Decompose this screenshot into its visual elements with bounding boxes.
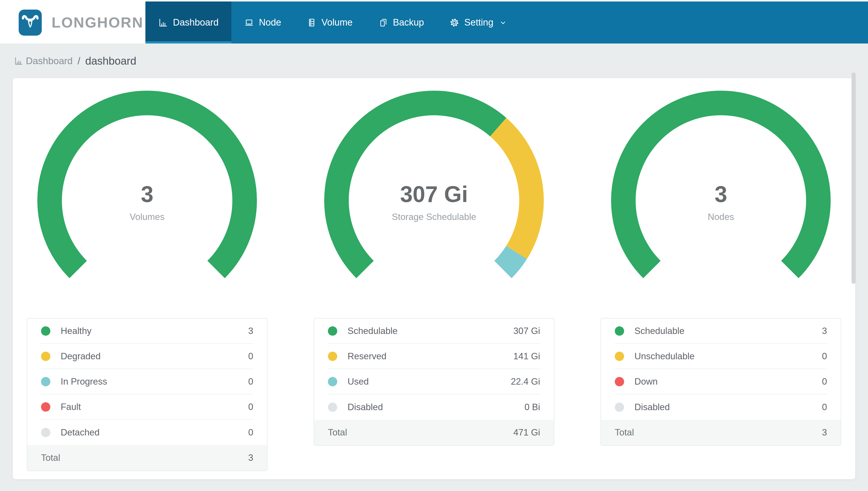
storage-legend-table: Schedulable 307 Gi Reserved 141 Gi Used …: [314, 318, 554, 446]
row-value: 22.4 Gi: [511, 376, 540, 387]
breadcrumb-separator: /: [78, 56, 80, 66]
row-value: 0: [822, 376, 827, 387]
nav-item-setting[interactable]: Setting: [437, 1, 520, 44]
table-row: Schedulable 3: [615, 318, 827, 344]
table-row: Healthy 3: [41, 318, 253, 344]
total-label: Total: [41, 453, 248, 463]
storage-panel: 307 Gi Storage Schedulable Schedulable 3…: [314, 90, 554, 479]
row-value: 0: [248, 402, 253, 412]
table-row: Unschedulable 0: [615, 344, 827, 369]
gauge-arc: [323, 90, 545, 289]
nav-item-label: Backup: [393, 17, 424, 28]
row-value: 307 Gi: [513, 326, 540, 336]
row-label: In Progress: [61, 376, 248, 387]
nodes-gauge: 3 Nodes: [610, 90, 831, 289]
table-total-row: Total 3: [601, 420, 841, 445]
total-value: 471 Gi: [513, 427, 540, 438]
nodes-legend-table: Schedulable 3 Unschedulable 0 Down 0 Dis…: [600, 318, 841, 446]
legend-dot: [41, 402, 50, 412]
table-row: Disabled 0: [615, 395, 827, 420]
row-value: 3: [822, 326, 827, 336]
server-icon: [307, 18, 317, 28]
row-label: Healthy: [61, 326, 248, 336]
total-value: 3: [822, 427, 827, 438]
table-row: Disabled 0 Bi: [328, 395, 540, 420]
row-label: Used: [347, 376, 511, 387]
row-value: 0: [822, 402, 827, 412]
legend-dot: [41, 377, 50, 386]
row-label: Reserved: [347, 351, 513, 362]
breadcrumb: Dashboard / dashboard: [14, 55, 136, 67]
table-row: In Progress 0: [41, 369, 253, 395]
gauge-arc: [37, 90, 258, 289]
legend-dot: [328, 352, 337, 361]
row-label: Unschedulable: [634, 351, 822, 362]
logo[interactable]: LONGHORN: [0, 1, 146, 44]
nodes-panel: 3 Nodes Schedulable 3 Unschedulable 0 Do…: [600, 90, 841, 479]
storage-gauge: 307 Gi Storage Schedulable: [323, 90, 545, 289]
laptop-icon: [244, 18, 254, 28]
legend-dot: [615, 377, 624, 386]
longhorn-bull-icon: [19, 9, 42, 36]
total-label: Total: [328, 427, 513, 438]
row-value: 141 Gi: [513, 351, 540, 362]
copy-icon: [378, 18, 388, 28]
row-label: Down: [634, 376, 822, 387]
window-top-edge: [0, 0, 868, 1]
row-value: 0: [822, 351, 827, 362]
nav-item-label: Dashboard: [173, 17, 219, 28]
row-value: 0: [248, 351, 253, 362]
row-label: Schedulable: [347, 326, 513, 336]
chevron-down-icon: [499, 19, 507, 27]
volumes-gauge: 3 Volumes: [37, 90, 258, 289]
gear-icon: [450, 18, 459, 28]
bar-chart-icon: [158, 18, 168, 28]
row-label: Schedulable: [634, 326, 822, 336]
nav-items: Dashboard Node Volume: [146, 1, 520, 44]
row-value: 3: [248, 326, 253, 336]
legend-dot: [41, 428, 50, 437]
total-value: 3: [248, 453, 253, 463]
legend-dot: [615, 403, 624, 412]
gauge-arc: [610, 90, 831, 289]
nav-item-node[interactable]: Node: [231, 1, 294, 44]
row-value: 0: [248, 376, 253, 387]
table-total-row: Total 471 Gi: [314, 420, 554, 445]
volumes-panel: 3 Volumes Healthy 3 Degraded 0 In Progre…: [27, 90, 268, 479]
breadcrumb-current-page: dashboard: [85, 55, 136, 67]
bar-chart-icon: [14, 56, 23, 66]
legend-dot: [328, 403, 337, 412]
volumes-legend-table: Healthy 3 Degraded 0 In Progress 0 Fault…: [27, 318, 268, 471]
row-label: Disabled: [634, 402, 822, 412]
scrollbar-thumb[interactable]: [851, 73, 856, 284]
table-row: Fault 0: [41, 395, 253, 420]
row-label: Detached: [61, 427, 248, 438]
row-value: 0 Bi: [524, 402, 540, 412]
row-label: Fault: [61, 402, 248, 412]
table-row: Detached 0: [41, 420, 253, 445]
table-row: Reserved 141 Gi: [328, 344, 540, 369]
legend-dot: [328, 377, 337, 386]
nav-item-label: Setting: [464, 17, 493, 28]
breadcrumb-section[interactable]: Dashboard: [26, 56, 73, 66]
table-row: Schedulable 307 Gi: [328, 318, 540, 344]
dashboard-card: 3 Volumes Healthy 3 Degraded 0 In Progre…: [13, 78, 855, 479]
nav-item-dashboard[interactable]: Dashboard: [146, 1, 231, 44]
table-row: Degraded 0: [41, 344, 253, 369]
row-label: Degraded: [61, 351, 248, 362]
total-label: Total: [615, 427, 822, 438]
nav-item-backup[interactable]: Backup: [366, 1, 437, 44]
row-value: 0: [248, 427, 253, 438]
table-row: Used 22.4 Gi: [328, 369, 540, 395]
logo-text: LONGHORN: [52, 14, 144, 31]
table-row: Down 0: [615, 369, 827, 395]
legend-dot: [615, 352, 624, 361]
legend-dot: [41, 326, 50, 336]
legend-dot: [41, 352, 50, 361]
row-label: Disabled: [347, 402, 524, 412]
navbar: LONGHORN Dashboard Node: [0, 1, 868, 44]
legend-dot: [615, 326, 624, 336]
nav-item-volume[interactable]: Volume: [294, 1, 366, 44]
nav-item-label: Volume: [321, 17, 353, 28]
legend-dot: [328, 326, 337, 336]
